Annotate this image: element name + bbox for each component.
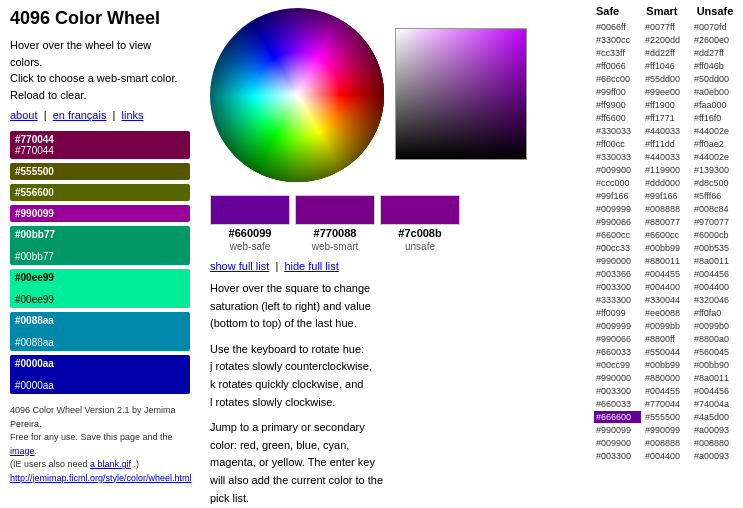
color-cell[interactable]: #55dd00 bbox=[643, 73, 690, 85]
footer-image-link[interactable]: image bbox=[10, 446, 35, 456]
color-cell[interactable]: #cc33ff bbox=[594, 47, 641, 59]
color-cell[interactable]: #003300 bbox=[594, 385, 641, 397]
swatch-0088aa[interactable]: #0088aa #0088aa bbox=[10, 312, 190, 351]
swatch-556600[interactable]: #556600 bbox=[10, 184, 190, 201]
color-cell[interactable]: #139300 bbox=[692, 164, 739, 176]
preview-smart[interactable]: #770088 web-smart bbox=[295, 195, 375, 252]
color-cell[interactable]: #990066 bbox=[594, 333, 641, 345]
color-cell[interactable]: #003366 bbox=[594, 268, 641, 280]
color-cell[interactable]: #660033 bbox=[594, 398, 641, 410]
color-cell[interactable]: #004400 bbox=[692, 281, 739, 293]
swatch-0000aa[interactable]: #0000aa #0000aa bbox=[10, 355, 190, 394]
color-cell[interactable]: #d8c500 bbox=[692, 177, 739, 189]
color-cell[interactable]: #99f166 bbox=[594, 190, 641, 202]
color-cell[interactable]: #0099bb bbox=[643, 320, 690, 332]
swatch-009966[interactable]: #00bb77 #00bb77 bbox=[10, 226, 190, 265]
color-cell[interactable]: #ff046b bbox=[692, 60, 739, 72]
color-cell[interactable]: #2600e0 bbox=[692, 34, 739, 46]
color-cell[interactable]: #320046 bbox=[692, 294, 739, 306]
color-cell[interactable]: #990099 bbox=[594, 424, 641, 436]
color-cell[interactable]: #8a0011 bbox=[692, 255, 739, 267]
color-cell[interactable]: #770044 bbox=[643, 398, 690, 410]
color-cell[interactable]: #004456 bbox=[692, 268, 739, 280]
preview-safe[interactable]: #660099 web-safe bbox=[210, 195, 290, 252]
color-cell[interactable]: #990000 bbox=[594, 372, 641, 384]
color-cell[interactable]: #a00093 bbox=[692, 424, 739, 436]
color-cell[interactable]: #6000cb bbox=[692, 229, 739, 241]
footer-blank-link[interactable]: a blank.gif bbox=[90, 459, 131, 469]
color-cell[interactable]: #4a5d00 bbox=[692, 411, 739, 423]
color-cell[interactable]: #333300 bbox=[594, 294, 641, 306]
color-cell[interactable]: #990099 bbox=[643, 424, 690, 436]
color-cell[interactable]: #004456 bbox=[692, 385, 739, 397]
color-cell[interactable]: #00bb99 bbox=[643, 242, 690, 254]
color-cell[interactable]: #faa000 bbox=[692, 99, 739, 111]
color-cell[interactable]: #970077 bbox=[692, 216, 739, 228]
color-cell[interactable]: #00bb90 bbox=[692, 359, 739, 371]
color-cell[interactable]: #0099b0 bbox=[692, 320, 739, 332]
color-cell[interactable]: #009999 bbox=[594, 203, 641, 215]
color-wheel[interactable] bbox=[210, 8, 385, 183]
color-cell[interactable]: #330044 bbox=[643, 294, 690, 306]
color-cell[interactable]: #330033 bbox=[594, 151, 641, 163]
color-cell[interactable]: #99ee00 bbox=[643, 86, 690, 98]
color-cell[interactable]: #6600cc bbox=[643, 229, 690, 241]
color-cell[interactable]: #990066 bbox=[594, 216, 641, 228]
swatch-990099[interactable]: #990099 bbox=[10, 205, 190, 222]
color-cell[interactable]: #008c84 bbox=[692, 203, 739, 215]
color-cell[interactable]: #004455 bbox=[643, 385, 690, 397]
swatch-00ee99[interactable]: #00ee99 #00ee99 bbox=[10, 269, 190, 308]
color-cell[interactable]: #ff16f0 bbox=[692, 112, 739, 124]
color-cell[interactable]: #009900 bbox=[594, 164, 641, 176]
color-cell[interactable]: #44002e bbox=[692, 151, 739, 163]
color-cell[interactable]: #5fff66 bbox=[692, 190, 739, 202]
color-cell[interactable]: #ff0099 bbox=[594, 307, 641, 319]
color-cell[interactable]: #ff11dd bbox=[643, 138, 690, 150]
color-cell[interactable]: #330033 bbox=[594, 125, 641, 137]
color-cell[interactable]: #ff0ae2 bbox=[692, 138, 739, 150]
footer-url-link[interactable]: http://jemimap.ficml.org/style/color/whe… bbox=[10, 473, 192, 483]
color-cell[interactable]: #66cc00 bbox=[594, 73, 641, 85]
color-cell[interactable]: #00cc99 bbox=[594, 359, 641, 371]
color-cell[interactable]: #50dd00 bbox=[692, 73, 739, 85]
color-cell[interactable]: #ff6600 bbox=[594, 112, 641, 124]
color-cell[interactable]: #119900 bbox=[643, 164, 690, 176]
color-cell[interactable]: #660033 bbox=[594, 346, 641, 358]
color-cell[interactable]: #00b535 bbox=[692, 242, 739, 254]
color-cell[interactable]: #99f166 bbox=[643, 190, 690, 202]
french-link[interactable]: en français bbox=[53, 109, 107, 121]
color-cell[interactable]: #99ff00 bbox=[594, 86, 641, 98]
color-cell[interactable]: #8800ff bbox=[643, 333, 690, 345]
color-cell[interactable]: #003300 bbox=[594, 450, 641, 462]
color-cell[interactable]: #666600 bbox=[594, 411, 641, 423]
about-link[interactable]: about bbox=[10, 109, 38, 121]
color-cell[interactable]: #0070fd bbox=[692, 21, 739, 33]
color-cell[interactable]: #a0eb00 bbox=[692, 86, 739, 98]
color-cell[interactable]: #74004a bbox=[692, 398, 739, 410]
color-cell[interactable]: #a00093 bbox=[692, 450, 739, 462]
color-cell[interactable]: #8a0011 bbox=[692, 372, 739, 384]
color-cell[interactable]: #008880 bbox=[692, 437, 739, 449]
color-cell[interactable]: #440033 bbox=[643, 125, 690, 137]
color-cell[interactable]: #3300cc bbox=[594, 34, 641, 46]
color-cell[interactable]: #8800a0 bbox=[692, 333, 739, 345]
color-cell[interactable]: #0077ff bbox=[643, 21, 690, 33]
color-cell[interactable]: #003300 bbox=[594, 281, 641, 293]
color-cell[interactable]: #44002e bbox=[692, 125, 739, 137]
color-cell[interactable]: #dd27ff bbox=[692, 47, 739, 59]
swatch-770044[interactable]: #770044 #770044 bbox=[10, 131, 190, 159]
color-cell[interactable]: #990000 bbox=[594, 255, 641, 267]
color-cell[interactable]: #555500 bbox=[643, 411, 690, 423]
color-cell[interactable]: #440033 bbox=[643, 151, 690, 163]
color-cell[interactable]: #ff9900 bbox=[594, 99, 641, 111]
color-cell[interactable]: #880011 bbox=[643, 255, 690, 267]
color-cell[interactable]: #ff00cc bbox=[594, 138, 641, 150]
swatch-555500[interactable]: #555500 bbox=[10, 163, 190, 180]
preview-unsafe[interactable]: #7c008b unsafe bbox=[380, 195, 460, 252]
color-cell[interactable]: #880077 bbox=[643, 216, 690, 228]
saturation-box[interactable] bbox=[395, 28, 527, 160]
links-link[interactable]: links bbox=[122, 109, 144, 121]
color-cell[interactable]: #ee0088 bbox=[643, 307, 690, 319]
color-cell[interactable]: #008888 bbox=[643, 203, 690, 215]
color-cell[interactable]: #00bb99 bbox=[643, 359, 690, 371]
